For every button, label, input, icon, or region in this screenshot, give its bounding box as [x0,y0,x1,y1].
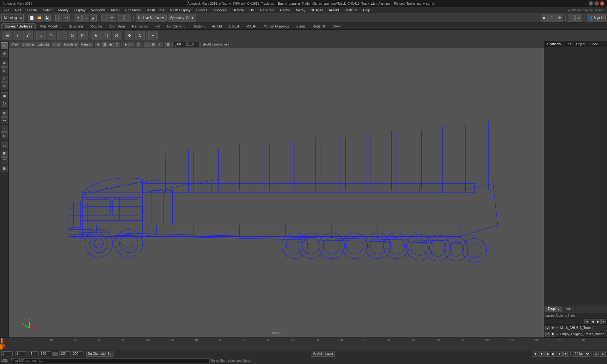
camera-persp-icon[interactable]: ⊙ [95,42,101,47]
mode-select[interactable]: Modeling [1,15,24,21]
play-fwd-btn[interactable]: ▶ [551,351,556,357]
snap-surface-btn[interactable]: ⊛ [1,132,8,139]
menu-mesh-tools[interactable]: Mesh Tools [144,8,166,13]
menu-curves[interactable]: Curves [194,8,210,13]
renderer-btn[interactable]: Renderer [63,42,79,47]
render-settings-icon[interactable]: ⚙ [556,15,563,21]
layer-visibility-1[interactable]: V [545,326,550,330]
shelf-tab-bifrost[interactable]: Bifrost [226,23,242,29]
object-tab[interactable]: Object [574,42,587,46]
channels-tab[interactable]: Channels [545,42,562,46]
vertex-icon[interactable]: · [157,42,162,47]
settings-btn[interactable]: ⚙ [600,351,606,357]
menu-mesh-display[interactable]: Mesh Display [167,8,193,13]
menu-generate[interactable]: Generate [257,8,277,13]
camera-btn[interactable]: ⊡ [1,142,8,149]
snap-point-btn[interactable]: · [1,125,8,132]
layer-icon-3[interactable]: ▶ [596,319,601,324]
shelf-icon-move[interactable]: ✥ [125,31,134,40]
symmetry-button[interactable]: Symmetry: Off ▼ [168,15,196,21]
range-end-input[interactable] [40,351,51,356]
shelf-tab-motion-graphics[interactable]: Motion Graphics [260,23,292,29]
shelf-icon-menu[interactable]: ☰ [3,31,12,40]
shelf-icon-add[interactable]: + [148,31,158,40]
gamma-select[interactable]: sRGB gamma [200,42,229,47]
snap-grid-icon[interactable]: ⊞ [101,15,108,21]
shelf-icon-rotate[interactable]: ↻ [135,31,145,40]
render-icon[interactable]: ▶ [541,15,548,21]
snap-view-icon[interactable]: ⊡ [124,15,131,21]
shelf-tab-vray[interactable]: VRay [329,23,345,29]
range-bar[interactable] [52,352,58,356]
viewport1-icon[interactable]: □ [568,15,575,21]
layer-visibility-2[interactable]: V [545,332,550,337]
layout-btn[interactable]: ⊞ [1,150,8,157]
redo-icon[interactable]: ↪ [63,15,70,21]
snap-point-icon[interactable]: · [117,15,124,21]
menu-file[interactable]: File [1,8,12,13]
shelf-icon-paint[interactable]: 🖌 [23,31,33,40]
step-back-btn[interactable]: ◄ [538,351,544,357]
scale-tool-btn[interactable]: ⤢ [1,75,8,82]
select-icon[interactable]: ✦ [75,15,82,21]
shelf-icon-circle[interactable]: ⊙ [112,31,121,40]
shelf-icon-sphere[interactable]: ○ [36,31,46,40]
rotate-tool-btn[interactable]: ↻ [1,67,8,74]
shading-btn[interactable]: Shading [21,42,36,47]
shelf-tab-rigging[interactable]: Rigging [87,23,106,29]
snap-curve-btn[interactable]: 〜 [1,117,8,124]
display-mode-icon[interactable]: ⬡ [114,42,120,47]
sign-in-button[interactable]: 👤 Sign In [587,15,606,21]
ao-icon[interactable]: ○ [129,42,135,47]
fps-select[interactable]: 24 fps 30 fps 60 fps [572,351,590,357]
menu-arnold[interactable]: Arnold [326,8,341,13]
shelf-tab-custom[interactable]: Custom [189,23,208,29]
step-fwd-btn[interactable]: ► [557,351,563,357]
paint-select-icon[interactable]: 🖌 [90,15,97,21]
shelf-icon-bevel[interactable]: ⬡ [101,31,111,40]
shelf-tab-fx[interactable]: FX [152,23,163,29]
help-label[interactable]: Help [568,314,575,317]
go-start-btn[interactable]: |◄ [532,351,537,357]
menu-create[interactable]: Create [24,8,40,13]
layer-icon-2[interactable]: ◀ [590,319,595,324]
maximize-button[interactable]: □ [594,1,599,6]
resolution-gate-icon[interactable]: ⊞ [165,42,171,47]
no-character-set-btn[interactable]: No Character Set [86,351,114,357]
menu-surfaces[interactable]: Surfaces [211,8,229,13]
snap-curve-icon[interactable]: 〜 [109,15,116,21]
layer-icon-4[interactable]: ► [601,319,606,324]
paint-select-btn[interactable]: ⊙ [1,50,8,57]
show-tab[interactable]: Show [588,42,600,46]
frame-display[interactable] [30,351,39,356]
new-scene-icon[interactable]: 📄 [28,15,35,21]
start-frame-input[interactable] [1,351,13,356]
shelf-tab-fx-caching[interactable]: FX Caching [164,23,189,29]
shelf-icon-extrude[interactable]: ◈ [91,31,101,40]
shelf-icon-svg[interactable]: S [68,31,77,40]
close-button[interactable]: ✕ [600,1,604,6]
layers-label[interactable]: Layers [545,314,555,317]
max-frame-input[interactable] [72,351,83,356]
menu-redshift[interactable]: Redshift [342,8,360,13]
edit-tab[interactable]: Edit [564,42,573,46]
shelf-tab-animation[interactable]: Animation [106,23,128,29]
select-tool-btn[interactable]: ↖ [1,42,8,49]
end-frame-input[interactable] [59,351,71,356]
menu-3dtoall[interactable]: 3DToAll [309,8,326,13]
minimize-button[interactable]: ─ [589,1,593,6]
view-btn[interactable]: View [10,42,20,47]
universal-tool-btn[interactable]: ⊞ [1,82,8,89]
timeline-ruler[interactable]: 1 5 10 15 20 25 30 35 40 45 50 55 60 65 … [0,338,607,343]
menu-vray[interactable]: V-Ray [293,8,308,13]
isolate-icon[interactable]: ◻ [144,42,150,47]
shelf-icon-cube[interactable]: ⊡ [78,31,88,40]
menu-cache[interactable]: Cache [278,8,293,13]
loop-btn[interactable]: ↻ [593,351,599,357]
current-frame-input[interactable] [15,351,27,356]
menu-edit-mesh[interactable]: Edit Mesh [123,8,143,13]
show-btn[interactable]: Show [51,42,62,47]
play-back-btn[interactable]: ◀ [544,351,550,357]
ipr-icon[interactable]: ⬡ [549,15,555,21]
menu-modify[interactable]: Modify [56,8,71,13]
